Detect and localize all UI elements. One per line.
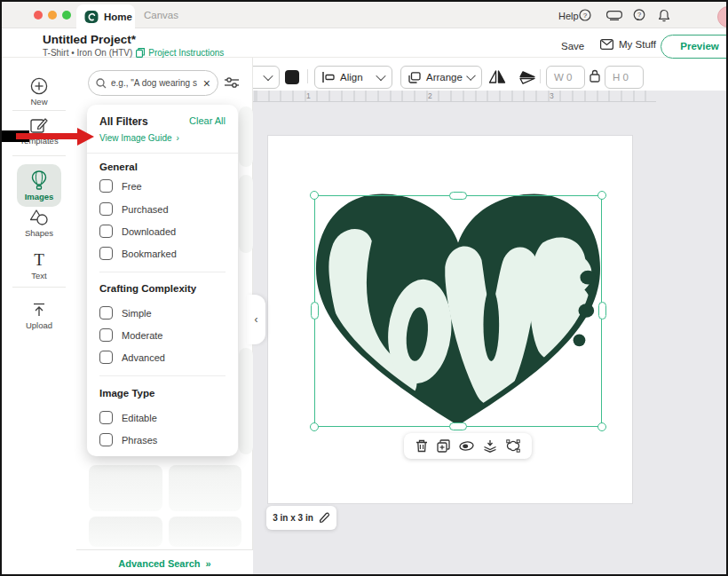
view-image-guide-link[interactable]: View Image Guide › [99,133,179,143]
view-image-guide-label: View Image Guide [99,133,172,143]
clear-search-icon[interactable]: × [203,76,210,91]
advanced-search-bar[interactable]: Advanced Search » [76,549,253,576]
advanced-search-label: Advanced Search [118,558,200,569]
my-stuff-button[interactable]: My Stuff [600,39,656,50]
ruler-label: 3 [550,91,554,100]
filter-checkbox-free[interactable]: Free [99,179,142,193]
filter-sliders-icon[interactable] [224,75,240,90]
arrange-dropdown[interactable]: Arrange [400,66,482,89]
align-dropdown[interactable]: Align [314,66,392,89]
filter-checkbox-phrases[interactable]: Phrases [99,433,157,446]
filter-section-title: Crafting Complexity [99,283,196,294]
checkbox [99,411,113,424]
preview-button[interactable]: Preview [661,35,728,59]
checkbox [99,306,113,320]
filter-section-title: General [99,162,138,172]
filter-checkbox-editable[interactable]: Editable [99,411,157,424]
result-card-sliver [239,107,253,167]
sidebar-item-label: Shapes [2,228,76,238]
filters-divider [87,153,238,154]
selection-handle-top-left[interactable] [310,191,319,200]
selection-handle-middle-left[interactable] [311,302,319,320]
selection-handle-bottom-right[interactable] [597,422,606,431]
skeleton-card [169,465,241,511]
sidebar-item-upload[interactable]: Upload [2,303,76,330]
sidebar-item-images[interactable]: Images [17,164,61,207]
selection-handle-bottom-left[interactable] [310,422,319,431]
filter-checkbox-advanced[interactable]: Advanced [99,351,165,364]
project-title: Untitled Project* [43,33,136,46]
image-search-input[interactable]: e.g., "A dog wearing s × [88,70,218,96]
filters-divider [99,375,226,376]
app-window: Home Canvas Help ? ? Untitled Project* T… [0,0,728,576]
love-heart-design[interactable] [314,192,602,428]
align-label: Align [340,72,363,83]
project-instructions-link[interactable]: Project Instructions [148,48,224,58]
height-field[interactable]: H 0 [605,66,644,89]
svg-text:?: ? [637,11,641,19]
flip-vertical-icon[interactable] [518,71,536,84]
checkbox [99,328,113,342]
weld-icon[interactable] [506,439,520,453]
sidebar-item-label: Images [2,192,76,201]
checkbox [99,179,113,193]
annotation-red-arrow [16,133,79,139]
sidebar-divider [12,110,66,111]
filter-checkbox-downloaded[interactable]: Downloaded [99,225,176,238]
sidebar-item-label: Text [2,271,76,280]
cricut-logo-icon [84,10,99,24]
maximize-window-button[interactable] [62,11,71,20]
clear-all-link[interactable]: Clear All [189,115,226,126]
text-t-icon: T [2,251,76,269]
filter-checkbox-moderate[interactable]: Moderate [99,328,162,342]
machine-icon[interactable] [606,11,622,20]
selection-handle-top-right[interactable] [597,191,606,200]
sidebar-item-shapes[interactable]: Shapes [2,209,76,238]
shapes-icon [2,209,76,226]
project-header: Untitled Project* T-Shirt • Iron On (HTV… [2,28,726,58]
duplicate-icon[interactable] [437,439,450,453]
notifications-bell-icon[interactable] [658,9,670,22]
skeleton-card [89,517,162,547]
help-label[interactable]: Help [558,11,579,21]
minimize-window-button[interactable] [48,11,57,20]
filter-checkbox-simple[interactable]: Simple [99,306,152,320]
filter-checkbox-purchased[interactable]: Purchased [99,202,169,216]
instructions-doc-icon [136,48,145,58]
checkbox [99,433,113,446]
ruler-label: 2 [428,91,432,100]
avatar[interactable] [717,6,728,28]
filters-title: All Filters [99,115,148,128]
chat-help-icon[interactable]: ? [633,9,645,21]
annotation-red-arrowhead [77,128,94,146]
double-chevron-icon: » [206,558,211,569]
save-button[interactable]: Save [561,41,584,51]
dimension-pill[interactable]: 3 in x 3 in [266,506,336,530]
color-swatch[interactable] [285,70,299,84]
align-left-icon [322,72,335,83]
tab-canvas[interactable]: Canvas [144,10,178,20]
my-stuff-label: My Stuff [619,39,656,50]
sidebar-item-label: New [2,97,76,107]
flatten-icon[interactable] [483,439,497,453]
width-field[interactable]: W 0 [546,66,585,89]
tab-home[interactable]: Home [76,4,135,28]
sidebar-item-new[interactable]: New [2,77,76,107]
filter-checkbox-bookmarked[interactable]: Bookmarked [99,247,177,260]
lock-aspect-icon[interactable] [590,69,600,83]
selection-handle-bottom-center[interactable] [449,422,467,430]
filter-section-title: Image Type [99,388,154,398]
help-icon[interactable]: ? [579,9,591,21]
dimension-label: 3 in x 3 in [273,513,313,523]
selection-handle-top-center[interactable] [449,192,467,200]
sidebar-divider [12,287,66,288]
hide-icon[interactable] [459,441,474,451]
selection-handle-middle-right[interactable] [598,302,606,320]
close-window-button[interactable] [34,11,43,20]
sidebar-item-text[interactable]: T Text [2,251,76,280]
flip-horizontal-icon[interactable] [488,69,506,84]
edit-pencil-icon[interactable] [319,512,330,524]
panel-collapse-button[interactable]: ‹ [247,295,265,344]
delete-icon[interactable] [415,439,428,453]
svg-text:?: ? [583,12,588,20]
